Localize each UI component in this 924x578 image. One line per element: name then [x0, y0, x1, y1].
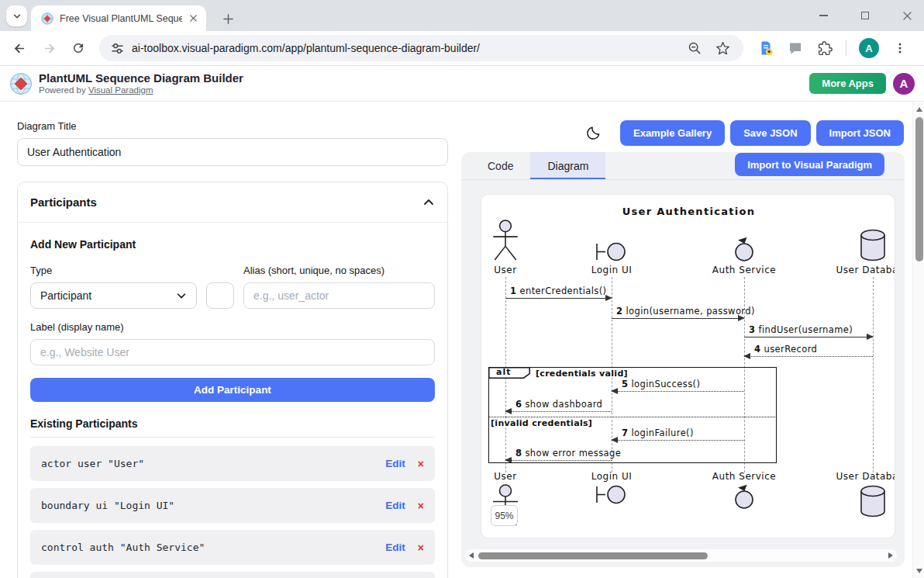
import-json-button[interactable]: Import JSON: [816, 120, 904, 146]
minimize-icon: [819, 15, 828, 16]
site-settings-icon: [111, 42, 124, 55]
existing-participants-title: Existing Participants: [30, 417, 435, 430]
participant-ui-top: Login UI: [565, 220, 658, 275]
message-arrow-1: [505, 298, 612, 299]
participant-edit-link[interactable]: Edit: [385, 542, 405, 553]
lifeline-db: [873, 277, 874, 472]
participant-label: User Database: [836, 471, 895, 482]
participant-delete-button[interactable]: ×: [418, 542, 424, 554]
alias-label: Alias (short, unique, no spaces): [243, 265, 435, 276]
forward-button[interactable]: [39, 38, 59, 58]
participants-header[interactable]: Participants: [18, 182, 447, 223]
diagram-title-input[interactable]: [17, 138, 448, 166]
participant-edit-link[interactable]: Edit: [385, 500, 405, 511]
participant-delete-button[interactable]: ×: [418, 500, 424, 512]
database-icon: [859, 228, 887, 262]
dark-mode-toggle[interactable]: [584, 123, 604, 144]
scroll-down-arrow-icon[interactable]: [916, 569, 922, 573]
browser-profile-avatar[interactable]: A: [859, 38, 879, 58]
guard-invalid-credentials: [invalid credentials]: [491, 418, 592, 428]
visual-paradigm-logo: [9, 72, 33, 95]
bookmark-button[interactable]: [713, 39, 732, 57]
participant-label: User: [494, 471, 516, 482]
message-label-4: 4 userRecord: [754, 344, 817, 355]
participant-edit-link[interactable]: Edit: [385, 458, 405, 469]
puzzle-icon: [818, 41, 833, 56]
arrow-right-icon: [42, 41, 57, 56]
participant-color-picker[interactable]: [206, 282, 234, 309]
browser-tab[interactable]: Free Visual PlantUML Sequence: [31, 5, 206, 31]
maximize-icon: [861, 12, 869, 19]
horizontal-scrollbar[interactable]: [465, 549, 897, 562]
tab-code[interactable]: Code: [471, 152, 530, 179]
visual-paradigm-link[interactable]: Visual Paradigm: [88, 85, 153, 95]
diagram-title-label: Diagram Title: [17, 120, 448, 132]
actor-icon: [491, 220, 520, 262]
browser-menu-button[interactable]: [890, 38, 910, 58]
participant-label: Auth Service: [712, 471, 776, 482]
reload-button[interactable]: [68, 38, 88, 58]
participants-card: Participants Add New Participant Type Pa…: [17, 182, 448, 578]
participant-row: boundary ui "Login UI"Edit×: [30, 488, 435, 523]
message-label-1: 1 enterCredentials(): [510, 286, 607, 296]
existing-participants-list: actor user "User"Edit×boundary ui "Login…: [30, 446, 435, 578]
scroll-up-arrow-icon[interactable]: [916, 107, 922, 112]
tab-diagram[interactable]: Diagram: [530, 152, 605, 179]
participant-type-select[interactable]: Participant: [30, 282, 197, 309]
import-to-visual-paradigm-button[interactable]: Import to Visual Paradigm: [735, 153, 884, 176]
alt-operator-tab: alt: [488, 367, 530, 379]
maximize-button[interactable]: [856, 6, 874, 25]
sequence-diagram-canvas: User Authentication UserUserLogin UILogi…: [481, 194, 895, 538]
participant-row: control auth "Auth Service"Edit×: [30, 530, 435, 565]
save-json-button[interactable]: Save JSON: [730, 120, 810, 146]
participant-label: User Database: [836, 265, 895, 275]
user-avatar[interactable]: A: [893, 73, 915, 95]
scroll-right-arrow-icon[interactable]: [888, 552, 893, 559]
display-name-input[interactable]: [30, 339, 435, 365]
type-selected-value: Participant: [40, 289, 91, 302]
new-tab-button[interactable]: [218, 9, 238, 29]
chevron-up-icon[interactable]: [422, 196, 435, 209]
url-text: ai-toolbox.visual-paradigm.com/app/plant…: [132, 42, 480, 54]
message-arrow-4: [744, 356, 873, 357]
control-icon: [733, 237, 756, 262]
scroll-left-arrow-icon[interactable]: [469, 552, 474, 559]
extension-comment-button[interactable]: [785, 38, 805, 58]
horizontal-scrollbar-thumb[interactable]: [478, 552, 708, 559]
extension-docs-button[interactable]: [756, 38, 776, 58]
zoom-out-page-button[interactable]: [685, 39, 704, 57]
example-gallery-button[interactable]: Example Gallery: [620, 120, 725, 146]
vertical-scrollbar[interactable]: [912, 102, 924, 578]
minimize-button[interactable]: [814, 6, 833, 25]
alt-divider: [488, 417, 777, 417]
back-button[interactable]: [9, 38, 29, 58]
reload-icon: [71, 41, 85, 55]
vertical-scrollbar-thumb[interactable]: [915, 117, 923, 261]
diagram-title: User Authentication: [481, 206, 895, 217]
browser-window: Free Visual PlantUML Sequence: [0, 0, 924, 578]
add-participant-button[interactable]: Add Participant: [30, 378, 435, 402]
close-button[interactable]: [898, 6, 916, 25]
more-apps-button[interactable]: More Apps: [809, 73, 886, 94]
boundary-icon: [594, 241, 629, 262]
participant-row: actor user "User"Edit×: [30, 446, 435, 481]
control-icon: [733, 484, 756, 510]
extensions-button[interactable]: [815, 38, 835, 58]
star-icon: [715, 41, 730, 56]
participant-user-top: User: [481, 220, 552, 275]
tab-close-icon[interactable]: [186, 12, 200, 26]
message-arrow-2: [612, 318, 744, 319]
message-label-3: 3 findUser(username): [749, 324, 853, 335]
url-bar[interactable]: ai-toolbox.visual-paradigm.com/app/plant…: [99, 35, 743, 61]
participant-delete-button[interactable]: ×: [418, 458, 424, 470]
participant-auth-bottom: Auth Service: [698, 471, 791, 510]
participants-title: Participants: [30, 196, 97, 209]
participant-ui-bottom: Login UI: [565, 471, 658, 505]
message-arrow-3: [744, 337, 873, 337]
participant-code: boundary ui "Login UI": [41, 500, 385, 511]
alias-input[interactable]: [243, 282, 435, 309]
participant-code: control auth "Auth Service": [41, 542, 385, 553]
participant-db-top: User Database: [826, 220, 895, 275]
tab-search-button[interactable]: [6, 5, 27, 26]
participant-auth-top: Auth Service: [698, 220, 791, 275]
